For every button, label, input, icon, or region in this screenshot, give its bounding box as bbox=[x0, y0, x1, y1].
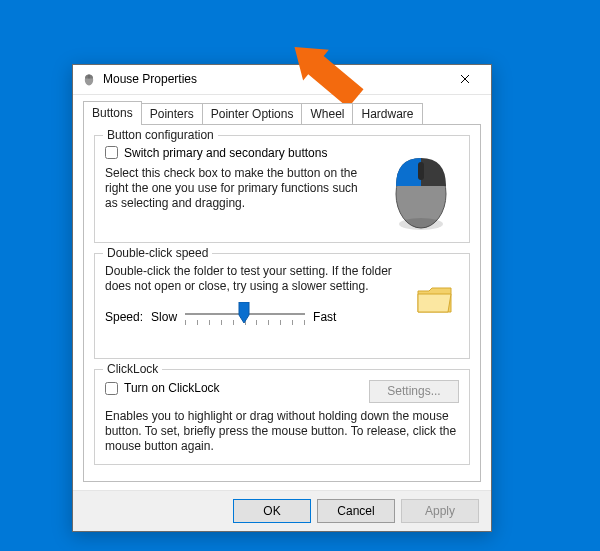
click-lock-group: ClickLock Turn on ClickLock Settings... … bbox=[94, 369, 470, 465]
button-label: Apply bbox=[425, 504, 455, 518]
turn-on-clicklock-checkbox[interactable] bbox=[105, 382, 118, 395]
checkbox-label: Turn on ClickLock bbox=[124, 381, 220, 395]
tab-pointer-options[interactable]: Pointer Options bbox=[202, 103, 303, 124]
slider-thumb[interactable] bbox=[237, 302, 251, 324]
group-legend: ClickLock bbox=[103, 362, 162, 376]
tab-label: Buttons bbox=[92, 106, 133, 120]
clicklock-settings-button: Settings... bbox=[369, 380, 459, 403]
group-legend: Button configuration bbox=[103, 128, 218, 142]
switch-buttons-option[interactable]: Switch primary and secondary buttons bbox=[105, 146, 373, 160]
tab-content: Button configuration Switch primary and … bbox=[83, 124, 481, 482]
double-click-description: Double-click the folder to test your set… bbox=[105, 264, 399, 294]
ok-button[interactable]: OK bbox=[233, 499, 311, 523]
tab-label: Hardware bbox=[361, 107, 413, 121]
mouse-properties-dialog: Mouse Properties Buttons Pointers Pointe… bbox=[72, 64, 492, 532]
tab-label: Pointers bbox=[150, 107, 194, 121]
dialog-footer: OK Cancel Apply bbox=[73, 490, 491, 531]
svg-rect-1 bbox=[89, 75, 90, 79]
tab-hardware[interactable]: Hardware bbox=[352, 103, 422, 124]
checkbox-label: Switch primary and secondary buttons bbox=[124, 146, 327, 160]
button-label: Settings... bbox=[387, 384, 440, 398]
tab-buttons[interactable]: Buttons bbox=[83, 101, 142, 125]
group-legend: Double-click speed bbox=[103, 246, 212, 260]
svg-rect-4 bbox=[418, 162, 424, 180]
mouse-illustration bbox=[383, 146, 459, 232]
apply-button: Apply bbox=[401, 499, 479, 523]
tab-label: Pointer Options bbox=[211, 107, 294, 121]
double-click-speed-slider[interactable] bbox=[185, 304, 305, 330]
cancel-button[interactable]: Cancel bbox=[317, 499, 395, 523]
fast-label: Fast bbox=[313, 310, 336, 324]
svg-point-5 bbox=[399, 218, 443, 230]
button-label: Cancel bbox=[337, 504, 374, 518]
button-config-description: Select this check box to make the button… bbox=[105, 166, 373, 211]
turn-on-clicklock-option[interactable]: Turn on ClickLock bbox=[105, 381, 220, 395]
window-title: Mouse Properties bbox=[103, 72, 197, 86]
slow-label: Slow bbox=[151, 310, 177, 324]
tab-strip: Buttons Pointers Pointer Options Wheel H… bbox=[73, 95, 491, 124]
mouse-icon bbox=[81, 71, 97, 87]
close-button[interactable] bbox=[447, 65, 483, 93]
tab-wheel[interactable]: Wheel bbox=[301, 103, 353, 124]
clicklock-description: Enables you to highlight or drag without… bbox=[105, 409, 459, 454]
double-click-speed-group: Double-click speed Double-click the fold… bbox=[94, 253, 470, 359]
tab-label: Wheel bbox=[310, 107, 344, 121]
button-configuration-group: Button configuration Switch primary and … bbox=[94, 135, 470, 243]
switch-buttons-checkbox[interactable] bbox=[105, 146, 118, 159]
button-label: OK bbox=[263, 504, 280, 518]
folder-test-target[interactable] bbox=[415, 282, 455, 318]
tab-pointers[interactable]: Pointers bbox=[141, 103, 203, 124]
speed-label: Speed: bbox=[105, 310, 143, 324]
titlebar[interactable]: Mouse Properties bbox=[73, 65, 491, 95]
